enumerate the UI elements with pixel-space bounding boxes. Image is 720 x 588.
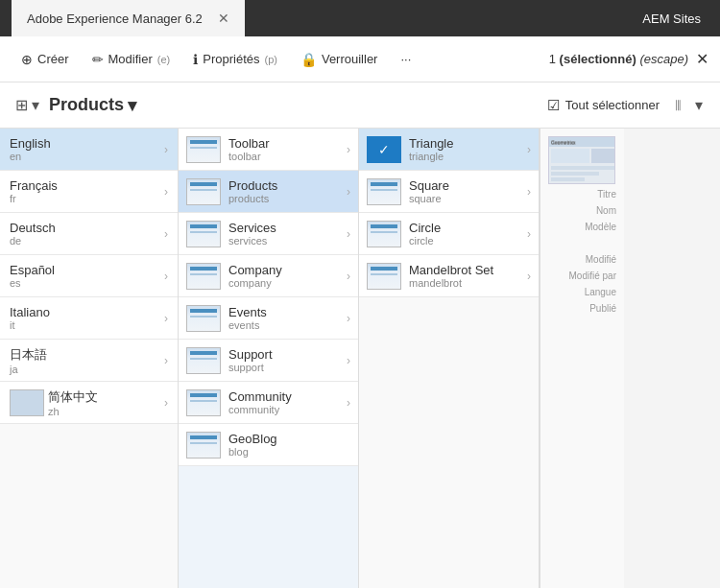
- list-item[interactable]: GeoBlog blog: [179, 424, 358, 466]
- chevron-right-icon: ›: [347, 227, 350, 241]
- selection-info: 1 (sélectionné) (escape) ✕: [549, 50, 708, 68]
- action-bar: ⊕ Créer ✏ Modifier (e) ℹ Propriétés (p) …: [0, 36, 720, 82]
- list-item[interactable]: Español es ›: [0, 255, 178, 297]
- chevron-right-icon: ›: [164, 143, 168, 156]
- chevron-right-icon: ›: [164, 312, 168, 325]
- chevron-right-icon: ›: [164, 185, 168, 199]
- chevron-right-icon: ›: [527, 270, 531, 283]
- chevron-right-icon: ›: [164, 354, 168, 367]
- info-spacer: [548, 237, 616, 249]
- list-item[interactable]: Company company ›: [179, 255, 358, 297]
- item-thumbnail: [186, 136, 221, 163]
- column-view-icon: ⦀: [675, 97, 682, 113]
- item-thumbnail: [186, 221, 221, 247]
- close-selection-button[interactable]: ✕: [696, 50, 708, 68]
- info-modifie-par-label: Modifié par: [548, 270, 616, 282]
- item-thumbnail: [186, 263, 221, 290]
- view-dropdown-button[interactable]: ▾: [689, 92, 708, 118]
- list-item[interactable]: Support support ›: [179, 340, 358, 382]
- info-modifie-label: Modifié: [548, 253, 616, 266]
- view-options: ⦀ ▾: [669, 92, 708, 118]
- list-item[interactable]: Deutsch de ›: [0, 213, 178, 255]
- preview-thumbnail: Geometrixx: [548, 136, 615, 184]
- grid-view-button[interactable]: ⊞ ▾: [12, 92, 43, 118]
- info-titre-label: Titre: [548, 188, 616, 200]
- list-item[interactable]: Français fr ›: [0, 171, 178, 213]
- grid-icon: ⊞: [15, 96, 28, 114]
- item-thumbnail: [367, 263, 401, 290]
- list-item[interactable]: 日本語 ja ›: [0, 340, 178, 382]
- main-content: English en › Français fr › Deutsch de › …: [0, 129, 720, 588]
- item-thumbnail: [186, 347, 221, 374]
- info-langue-label: Langue: [548, 286, 616, 298]
- item-thumbnail: [10, 389, 44, 416]
- create-button[interactable]: ⊕ Créer: [12, 46, 79, 73]
- svg-rect-3: [551, 149, 589, 163]
- svg-rect-5: [551, 166, 614, 170]
- chevron-right-icon: ›: [347, 185, 350, 199]
- info-nom-label: Nom: [548, 204, 616, 217]
- chevron-right-icon: ›: [527, 185, 531, 199]
- svg-rect-7: [551, 177, 585, 181]
- item-thumbnail: [367, 221, 401, 247]
- list-item[interactable]: Square square ›: [359, 171, 539, 213]
- item-thumbnail: [186, 178, 221, 205]
- breadcrumb-title: Products ▾: [49, 95, 136, 116]
- list-item[interactable]: Services services ›: [179, 213, 358, 255]
- list-item[interactable]: ✓ Triangle triangle ›: [359, 129, 539, 171]
- column-view-button[interactable]: ⦀: [669, 93, 687, 118]
- item-thumbnail: ✓: [367, 136, 401, 163]
- list-item[interactable]: Circle circle ›: [359, 213, 539, 255]
- chevron-right-icon: ›: [347, 354, 350, 367]
- select-all-checkbox-icon: ☑: [547, 97, 560, 114]
- list-item[interactable]: Toolbar toolbar ›: [179, 129, 358, 171]
- list-item[interactable]: Events events ›: [179, 297, 358, 340]
- chevron-right-icon: ›: [527, 143, 531, 156]
- more-button[interactable]: ···: [391, 46, 420, 72]
- aem-sites-title: AEM Sites: [642, 12, 708, 26]
- info-icon: ℹ: [193, 52, 198, 67]
- info-publie-label: Publié: [548, 302, 616, 315]
- select-all-button[interactable]: ☑ Tout sélectionner: [547, 97, 660, 114]
- list-item[interactable]: 简体中文 zh ›: [0, 382, 178, 424]
- breadcrumb-right: ☑ Tout sélectionner ⦀ ▾: [547, 92, 708, 118]
- shapes-column: ✓ Triangle triangle › Square square › Ci…: [359, 129, 540, 588]
- chevron-right-icon: ›: [164, 227, 168, 241]
- breadcrumb-chevron-icon[interactable]: ▾: [128, 95, 136, 116]
- breadcrumb-left: ⊞ ▾ Products ▾: [12, 92, 136, 118]
- list-item[interactable]: Mandelbrot Set mandelbrot ›: [359, 255, 539, 297]
- item-thumbnail: [186, 389, 221, 416]
- pencil-icon: ✏: [92, 52, 104, 67]
- list-item[interactable]: Community community ›: [179, 382, 358, 424]
- view-chevron-icon: ▾: [695, 97, 703, 113]
- info-modele-label: Modèle: [548, 221, 616, 233]
- item-thumbnail: [186, 305, 221, 332]
- list-item[interactable]: Italiano it ›: [0, 297, 178, 340]
- chevron-right-icon: ›: [527, 227, 531, 241]
- tab-close-btn[interactable]: ✕: [218, 11, 229, 26]
- chevron-right-icon: ›: [347, 270, 350, 283]
- dropdown-chevron-icon: ▾: [32, 96, 39, 114]
- chevron-right-icon: ›: [164, 270, 168, 283]
- properties-button[interactable]: ℹ Propriétés (p): [183, 46, 287, 73]
- aem-tab[interactable]: Adobe Experience Manager 6.2 ✕: [12, 0, 245, 36]
- list-item[interactable]: English en ›: [0, 129, 178, 171]
- breadcrumb-bar: ⊞ ▾ Products ▾ ☑ Tout sélectionner ⦀ ▾: [0, 82, 720, 129]
- aem-tab-label: Adobe Experience Manager 6.2: [27, 12, 203, 26]
- chevron-right-icon: ›: [164, 396, 168, 410]
- item-thumbnail: [186, 432, 221, 459]
- chevron-right-icon: ›: [347, 312, 350, 325]
- language-column: English en › Français fr › Deutsch de › …: [0, 129, 179, 588]
- top-bar: Adobe Experience Manager 6.2 ✕ AEM Sites: [0, 0, 720, 36]
- chevron-right-icon: ›: [347, 396, 350, 410]
- plus-icon: ⊕: [21, 52, 33, 67]
- lock-icon: 🔒: [300, 52, 317, 67]
- modify-button[interactable]: ✏ Modifier (e): [83, 46, 180, 73]
- list-item[interactable]: Products products ›: [179, 171, 358, 213]
- item-thumbnail: [367, 178, 401, 205]
- info-panel: Geometrixx Titre Nom Modèle Modifié Modi…: [540, 129, 624, 588]
- lock-button[interactable]: 🔒 Verrouiller: [291, 46, 388, 73]
- svg-rect-6: [551, 172, 599, 176]
- selection-count: 1 (sélectionné) (escape): [549, 52, 688, 66]
- chevron-right-icon: ›: [347, 143, 350, 156]
